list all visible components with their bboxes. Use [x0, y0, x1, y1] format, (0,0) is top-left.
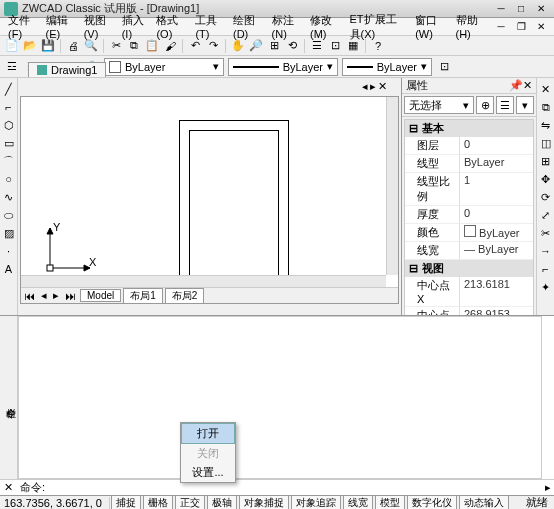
scale-icon[interactable]: ⤢ — [538, 207, 554, 223]
cut-icon[interactable]: ✂ — [108, 38, 124, 54]
zoom-window-icon[interactable]: ⊞ — [266, 38, 282, 54]
ctx-open[interactable]: 打开 — [181, 423, 235, 444]
coordinates[interactable]: 163.7356, 3.6671, 0 — [0, 497, 110, 509]
status-polar[interactable]: 极轴 — [207, 495, 237, 510]
erase-icon[interactable]: ✕ — [538, 81, 554, 97]
drawing-canvas[interactable]: Y X ⏮ ◂ ▸ ⏭ Model 布局1 布局2 — [20, 96, 399, 304]
print-icon[interactable]: 🖨 — [65, 38, 81, 54]
tab-layout2[interactable]: 布局2 — [165, 288, 205, 304]
prop-lineweight-v[interactable]: — ByLayer — [460, 242, 533, 259]
explode-icon[interactable]: ✦ — [538, 279, 554, 295]
minimize-button[interactable]: ─ — [492, 2, 510, 16]
pan-icon[interactable]: ✋ — [230, 38, 246, 54]
prop-color-v[interactable]: ByLayer — [460, 224, 533, 241]
select-icon[interactable]: ▾ — [516, 96, 534, 114]
status-lwt[interactable]: 线宽 — [343, 495, 373, 510]
status-osnap[interactable]: 对象捕捉 — [239, 495, 289, 510]
status-ortho[interactable]: 正交 — [175, 495, 205, 510]
zoom-prev-icon[interactable]: ⟲ — [284, 38, 300, 54]
prop-linetype-v[interactable]: ByLayer — [460, 155, 533, 172]
status-dyn[interactable]: 动态输入 — [459, 495, 509, 510]
command-history[interactable] — [18, 316, 542, 479]
polygon-icon[interactable]: ⬡ — [1, 117, 17, 133]
doc-close-button[interactable]: ✕ — [532, 20, 550, 34]
point-icon[interactable]: · — [1, 243, 17, 259]
ctx-settings[interactable]: 设置... — [181, 463, 235, 482]
arc-icon[interactable]: ⌒ — [1, 153, 17, 169]
match-icon[interactable]: 🖌 — [162, 38, 178, 54]
group-view[interactable]: ⊟ 视图 — [405, 260, 533, 277]
prop-ltscale-v[interactable]: 1 — [460, 173, 533, 205]
tab-last-icon[interactable]: ⏭ — [62, 290, 79, 302]
tab-next-icon[interactable]: ▸ — [50, 289, 62, 302]
extend-icon[interactable]: → — [538, 243, 554, 259]
copy-icon[interactable]: ⧉ — [126, 38, 142, 54]
panel-close-icon[interactable]: ✕ — [523, 79, 532, 92]
tab-next-icon[interactable]: ▸ — [370, 80, 376, 93]
prop-layer-v[interactable]: 0 — [460, 137, 533, 154]
quickselect-icon[interactable]: ⊕ — [476, 96, 494, 114]
trim-icon[interactable]: ✂ — [538, 225, 554, 241]
prop-cx-v[interactable]: 213.6181 — [460, 277, 533, 306]
new-icon[interactable]: 📄 — [4, 38, 20, 54]
hatch-icon[interactable]: ▨ — [1, 225, 17, 241]
open-icon[interactable]: 📂 — [22, 38, 38, 54]
selection-dropdown[interactable]: 无选择 ▾ — [404, 96, 474, 114]
help-icon[interactable]: ? — [370, 38, 386, 54]
plotstyle-icon[interactable]: ⊡ — [436, 59, 452, 75]
command-run-icon[interactable]: ▸ — [542, 481, 554, 494]
mirror-icon[interactable]: ⇋ — [538, 117, 554, 133]
copy-obj-icon[interactable]: ⧉ — [538, 99, 554, 115]
array-icon[interactable]: ⊞ — [538, 153, 554, 169]
prop-thickness-v[interactable]: 0 — [460, 206, 533, 223]
doc-minimize-button[interactable]: ─ — [492, 20, 510, 34]
status-snap[interactable]: 捕捉 — [111, 495, 141, 510]
tab-layout1[interactable]: 布局1 — [123, 288, 163, 304]
toolpalettes-icon[interactable]: ▦ — [345, 38, 361, 54]
ellipse-icon[interactable]: ⬭ — [1, 207, 17, 223]
undo-icon[interactable]: ↶ — [187, 38, 203, 54]
menu-help[interactable]: 帮助(H) — [452, 12, 489, 41]
linetype-dropdown[interactable]: ByLayer ▾ — [228, 58, 338, 76]
save-icon[interactable]: 💾 — [40, 38, 56, 54]
rectangle-icon[interactable]: ▭ — [1, 135, 17, 151]
menu-window[interactable]: 窗口(W) — [411, 12, 449, 41]
layer-dropdown[interactable]: ByLayer ▾ — [104, 58, 224, 76]
status-otrack[interactable]: 对象追踪 — [291, 495, 341, 510]
text-icon[interactable]: A — [1, 261, 17, 277]
drawing-tab[interactable]: Drawing1 — [28, 62, 106, 77]
maximize-button[interactable]: □ — [512, 2, 530, 16]
status-tablet[interactable]: 数字化仪 — [407, 495, 457, 510]
line-icon[interactable]: ╱ — [1, 81, 17, 97]
tab-prev-icon[interactable]: ◂ — [38, 289, 50, 302]
layer-manager-icon[interactable]: ☲ — [4, 59, 20, 75]
vertical-scrollbar[interactable] — [386, 97, 398, 275]
tab-prev-icon[interactable]: ◂ — [362, 80, 368, 93]
circle-icon[interactable]: ○ — [1, 171, 17, 187]
doc-restore-button[interactable]: ❐ — [512, 20, 530, 34]
designcenter-icon[interactable]: ⊡ — [327, 38, 343, 54]
lineweight-dropdown[interactable]: ByLayer ▾ — [342, 58, 432, 76]
properties-icon[interactable]: ☰ — [309, 38, 325, 54]
status-model[interactable]: 模型 — [375, 495, 405, 510]
command-close-icon[interactable]: ✕ — [0, 481, 16, 494]
command-input[interactable] — [49, 481, 542, 495]
close-button[interactable]: ✕ — [532, 2, 550, 16]
spline-icon[interactable]: ∿ — [1, 189, 17, 205]
redo-icon[interactable]: ↷ — [205, 38, 221, 54]
drawn-rectangle-inner[interactable] — [189, 130, 279, 285]
tab-close-icon[interactable]: ✕ — [378, 80, 387, 93]
fillet-icon[interactable]: ⌐ — [538, 261, 554, 277]
model-space[interactable]: Y X — [39, 115, 380, 285]
zoom-icon[interactable]: 🔎 — [248, 38, 264, 54]
pickadd-icon[interactable]: ☰ — [496, 96, 514, 114]
tab-first-icon[interactable]: ⏮ — [21, 290, 38, 302]
move-icon[interactable]: ✥ — [538, 171, 554, 187]
group-basic[interactable]: ⊟ 基本 — [405, 120, 533, 137]
pin-icon[interactable]: 📌 — [509, 79, 523, 92]
status-grid[interactable]: 栅格 — [143, 495, 173, 510]
horizontal-scrollbar[interactable] — [21, 275, 386, 287]
tab-model[interactable]: Model — [80, 289, 121, 302]
rotate-icon[interactable]: ⟳ — [538, 189, 554, 205]
paste-icon[interactable]: 📋 — [144, 38, 160, 54]
